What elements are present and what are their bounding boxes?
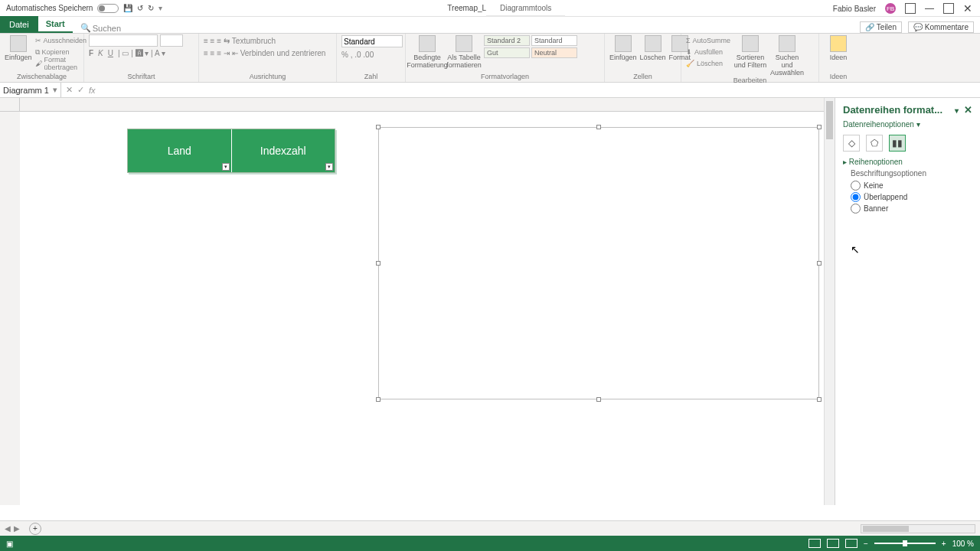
horizontal-scrollbar[interactable]	[861, 524, 975, 533]
pane-close-icon[interactable]: ✕	[964, 104, 972, 116]
format-painter-button[interactable]: 🖌 Format übertragen	[35, 58, 87, 69]
zoom-slider[interactable]	[874, 543, 936, 544]
font-style-group[interactable]: F K U | ▭ | 🅰 ▾ | A ▾	[89, 47, 165, 58]
formula-bar: Diagramm 1▾ ✕✓fx	[0, 83, 980, 98]
zoom-in-icon[interactable]: +	[942, 540, 946, 548]
ribbon-display-icon[interactable]	[905, 3, 916, 14]
conditional-format-button[interactable]: Bedingte Formatierung	[410, 35, 444, 69]
autosum-button[interactable]: Σ AutoSumme	[686, 35, 730, 46]
option-banner[interactable]: Banner	[851, 204, 972, 214]
cell-style[interactable]: Gut	[484, 47, 530, 58]
sort-filter-button[interactable]: Sortieren und Filtern	[733, 35, 767, 69]
align-group[interactable]: ≡ ≡ ≡ ⇆ Textumbruch	[204, 35, 276, 46]
sheet-tab-bar: ◀▶ +	[0, 520, 980, 536]
merge-button[interactable]: ≡ ≡ ≡ ⇥ ⇤ Verbinden und zentrieren	[204, 47, 325, 58]
comments-button[interactable]: 💬 Kommentare	[908, 21, 974, 33]
format-pane: Datenreihen format... ▾ ✕ Datenreihenopt…	[835, 98, 980, 505]
section-series-options[interactable]: ▸ Reihenoptionen	[843, 158, 972, 166]
normal-view-icon[interactable]	[808, 539, 821, 548]
page-layout-view-icon[interactable]	[827, 539, 839, 548]
resize-handle[interactable]	[376, 261, 381, 266]
treemap-chart[interactable]	[378, 127, 819, 399]
filter-icon[interactable]: ▾	[222, 163, 230, 171]
status-bar: ▣ − + 100 %	[0, 536, 980, 551]
enter-formula-icon[interactable]: ✓	[77, 85, 84, 95]
format-as-table-button[interactable]: Als Tabelle formatieren	[447, 35, 481, 69]
search-icon[interactable]: 🔍	[80, 23, 91, 33]
minimize-icon[interactable]	[925, 8, 934, 9]
fx-icon[interactable]: fx	[89, 86, 96, 95]
resize-handle[interactable]	[817, 397, 822, 402]
delete-cells-button[interactable]: Löschen	[640, 35, 666, 61]
page-break-view-icon[interactable]	[845, 539, 858, 548]
resize-handle[interactable]	[817, 125, 822, 129]
tab-start[interactable]: Start	[38, 16, 73, 33]
name-box[interactable]: Diagramm 1▾	[0, 83, 61, 97]
insert-cells-button[interactable]: Einfügen	[609, 35, 637, 61]
filter-icon[interactable]: ▾	[325, 163, 333, 171]
data-table[interactable]: Land▾ Indexzahl▾	[127, 129, 335, 173]
ribbon-tabs: Datei Start 🔍 Suchen 🔗 Teilen 💬 Kommenta…	[0, 17, 980, 34]
close-icon[interactable]: ✕	[963, 5, 972, 12]
autosave-label: Automatisches Speichern	[6, 4, 93, 12]
effects-icon[interactable]: ⬠	[866, 135, 883, 152]
series-options-dropdown[interactable]: Datenreihenoptionen	[843, 120, 914, 129]
series-options-icon[interactable]: ▮▮	[889, 135, 906, 152]
mouse-cursor: ↖	[851, 243, 860, 256]
fill-line-icon[interactable]: ◇	[843, 135, 860, 152]
cell-style[interactable]: Neutral	[531, 47, 577, 58]
resize-handle[interactable]	[596, 397, 601, 402]
file-tab[interactable]: Datei	[0, 16, 38, 33]
fill-button[interactable]: ⬇ Ausfüllen	[686, 47, 730, 57]
add-sheet-button[interactable]: +	[29, 523, 41, 535]
number-buttons[interactable]: % , .0 .00	[341, 49, 374, 60]
maximize-icon[interactable]	[943, 3, 954, 14]
resize-handle[interactable]	[376, 125, 381, 129]
save-icon[interactable]: 💾	[123, 4, 132, 12]
zoom-level[interactable]: 100 %	[952, 540, 974, 548]
table-header-land[interactable]: Land▾	[128, 129, 232, 172]
user-avatar[interactable]: FB	[885, 3, 896, 14]
cell-style[interactable]: Standard	[531, 35, 577, 46]
cancel-formula-icon[interactable]: ✕	[66, 85, 73, 95]
title-bar: Automatisches Speichern 💾 ↺ ↻ ▾ Treemap_…	[0, 0, 980, 17]
ideas-button[interactable]: Ideen	[824, 35, 853, 61]
sheet-nav-next-icon[interactable]: ▶	[14, 524, 20, 533]
sheet-nav-prev-icon[interactable]: ◀	[5, 524, 11, 533]
number-format-select[interactable]	[341, 35, 403, 47]
undo-icon[interactable]: ↺	[137, 4, 143, 12]
cut-button[interactable]: ✂ Ausschneiden	[35, 35, 87, 46]
share-button[interactable]: 🔗 Teilen	[860, 21, 902, 33]
cell-style[interactable]: Standard 2	[484, 35, 530, 46]
find-select-button[interactable]: Suchen und Auswählen	[770, 35, 804, 77]
ribbon: Einfügen ✂ Ausschneiden ⧉ Kopieren 🖌 For…	[0, 34, 980, 83]
pane-title: Datenreihen format...	[843, 104, 942, 116]
font-family-select[interactable]	[89, 34, 158, 47]
label-options-heading: Beschriftungsoptionen	[851, 169, 972, 178]
clear-button[interactable]: 🧹 Löschen	[686, 58, 730, 69]
vertical-scrollbar[interactable]	[824, 98, 835, 505]
zoom-out-icon[interactable]: −	[864, 540, 868, 548]
contextual-tab-label: Diagrammtools	[486, 0, 565, 17]
formula-input[interactable]	[100, 83, 980, 97]
font-size-select[interactable]	[160, 34, 183, 47]
user-name[interactable]: Fabio Basler	[833, 5, 876, 13]
paste-button[interactable]: Einfügen	[5, 35, 32, 61]
resize-handle[interactable]	[376, 397, 381, 402]
qat-dropdown-icon[interactable]: ▾	[158, 4, 162, 12]
select-all-button[interactable]	[0, 98, 20, 112]
resize-handle[interactable]	[817, 261, 822, 266]
autosave-toggle[interactable]	[97, 4, 119, 13]
worksheet-grid[interactable]: Land▾ Indexzahl▾	[0, 98, 835, 505]
resize-handle[interactable]	[596, 125, 601, 129]
redo-icon[interactable]: ↻	[148, 4, 154, 12]
option-overlap[interactable]: Überlappend	[851, 192, 972, 202]
table-header-indexzahl[interactable]: Indexzahl▾	[232, 129, 335, 172]
option-none[interactable]: Keine	[851, 181, 972, 191]
search-placeholder[interactable]: Suchen	[93, 24, 121, 33]
pane-dropdown-icon[interactable]: ▾	[955, 106, 959, 115]
record-macro-icon[interactable]: ▣	[6, 540, 13, 548]
